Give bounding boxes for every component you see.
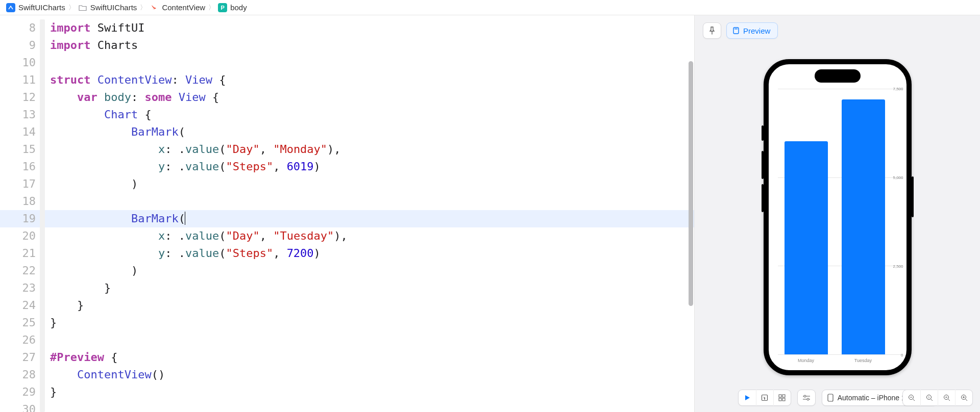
crumb-project[interactable]: SwiftUICharts (6, 3, 65, 12)
svg-rect-14 (828, 394, 833, 401)
chevron-right-icon: 〉 (68, 3, 75, 12)
svg-point-8 (804, 395, 806, 397)
cursor-rect-icon (761, 394, 768, 401)
swift-file-icon (150, 3, 159, 12)
sliders-icon (802, 394, 811, 401)
breadcrumb-bar: SwiftUICharts 〉 SwiftUICharts 〉 ContentV… (0, 0, 980, 15)
zoom-group: 1 (902, 390, 973, 406)
zoom-fit-button[interactable] (938, 390, 955, 406)
folder-icon (78, 3, 87, 12)
chart-y-axis-labels: 02,5005,0007,500 (893, 89, 903, 355)
zoom-out-icon (908, 394, 915, 401)
preview-selector-button[interactable]: Preview (726, 22, 778, 39)
preview-header: Preview (695, 15, 980, 39)
preview-canvas[interactable]: 02,5005,0007,500 MondayTuesday (695, 39, 980, 412)
fold-ribbon[interactable] (40, 19, 45, 412)
dynamic-island (815, 69, 861, 83)
svg-line-22 (948, 399, 950, 401)
svg-rect-7 (782, 398, 785, 401)
svg-line-26 (965, 399, 967, 401)
app-preview-icon (732, 27, 740, 35)
zoom-in-icon (961, 394, 968, 401)
phone-mute-switch (762, 125, 764, 141)
crumb-label: body (230, 3, 247, 12)
iphone-frame: 02,5005,0007,500 MondayTuesday (764, 59, 912, 375)
play-icon (744, 394, 751, 401)
zoom-out-button[interactable] (903, 390, 920, 406)
chart-bar (842, 99, 885, 354)
property-icon: P (218, 3, 227, 12)
preview-button-label: Preview (743, 27, 770, 35)
zoom-in-button[interactable] (955, 390, 972, 406)
crumb-label: ContentView (162, 3, 205, 12)
xcode-project-icon (6, 3, 15, 12)
variants-button[interactable] (773, 390, 791, 406)
crumb-label: SwiftUICharts (90, 3, 137, 12)
zoom-fit-icon (943, 394, 950, 401)
crumb-symbol[interactable]: P body (218, 3, 247, 12)
device-settings-button[interactable] (798, 390, 815, 406)
preview-mode-group (738, 390, 791, 406)
crumb-label: SwiftUICharts (18, 3, 65, 12)
iphone-icon (827, 394, 834, 402)
chart-x-axis-labels: MondayTuesday (778, 358, 892, 363)
svg-rect-2 (734, 29, 738, 29)
svg-line-19 (930, 399, 933, 401)
svg-rect-1 (733, 28, 739, 34)
phone-power-button (912, 176, 914, 217)
source-code-area[interactable]: import SwiftUIimport Chartsstruct Conten… (45, 15, 694, 412)
live-preview-button[interactable] (739, 390, 756, 406)
chart-view (778, 89, 892, 355)
phone-volume-up (762, 151, 764, 179)
svg-rect-5 (782, 395, 785, 397)
code-editor[interactable]: 8910111213141516171819202122232425262728… (0, 15, 694, 412)
crumb-folder[interactable]: SwiftUICharts (78, 3, 137, 12)
zoom-100-icon: 1 (926, 394, 933, 401)
zoom-actual-button[interactable]: 1 (920, 390, 938, 406)
line-number-gutter: 8910111213141516171819202122232425262728… (0, 15, 40, 412)
phone-volume-down (762, 184, 764, 212)
svg-text:1: 1 (928, 396, 929, 399)
editor-scrollbar[interactable] (689, 61, 693, 306)
grid-icon (778, 394, 786, 401)
chart-bar (785, 141, 828, 354)
pin-icon (708, 27, 716, 35)
svg-point-11 (807, 398, 809, 400)
crumb-file[interactable]: ContentView (150, 3, 205, 12)
pin-preview-button[interactable] (703, 22, 721, 39)
chevron-right-icon: 〉 (140, 3, 146, 12)
chart-plot-area (778, 89, 892, 355)
chevron-right-icon: 〉 (208, 3, 215, 12)
preview-settings-group (797, 390, 816, 406)
svg-line-16 (913, 399, 915, 401)
selectable-preview-button[interactable] (756, 390, 773, 406)
preview-toolbar: Automatic – iPhone 14 Pro ⌄ 1 (695, 390, 980, 406)
svg-rect-4 (779, 395, 781, 397)
svg-rect-6 (779, 398, 781, 401)
preview-canvas-pane: Preview 02,5005,0007,500 MondayTuesday (694, 15, 980, 412)
